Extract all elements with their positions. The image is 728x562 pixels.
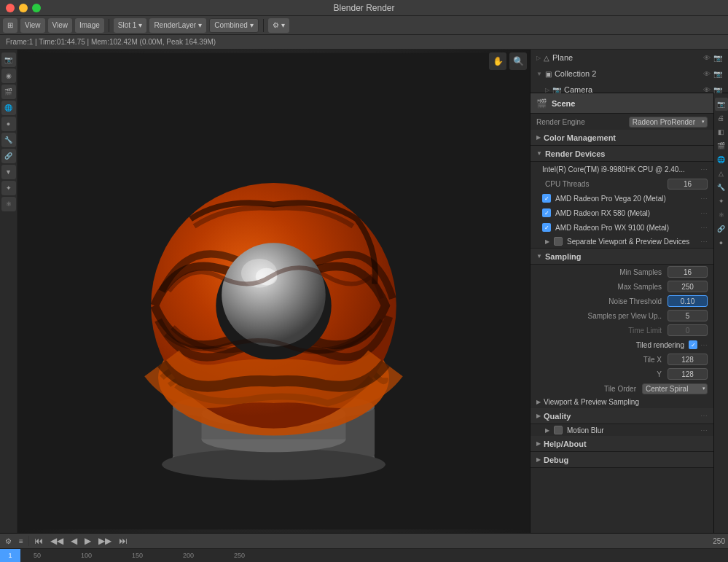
color-management-header[interactable]: ▶ Color Management bbox=[531, 130, 713, 146]
step-forward-button[interactable]: ▶▶ bbox=[96, 536, 114, 546]
outliner-item-collection2[interactable]: ▼ ▣ Collection 2 👁 📷 bbox=[531, 66, 728, 82]
tile-order-dropdown[interactable]: Center Spiral ▾ bbox=[642, 383, 708, 394]
sampling-header[interactable]: ▼ Sampling bbox=[531, 249, 713, 265]
viewport-overlay: ✋ 🔍 bbox=[489, 52, 527, 70]
sidebar-scene-icon[interactable]: 🎬 bbox=[1, 85, 16, 99]
playback-settings-button[interactable]: ⚙ bbox=[3, 537, 14, 545]
prop-tab-modifier[interactable]: 🔧 bbox=[715, 181, 728, 194]
debug-header[interactable]: ▶ Debug bbox=[531, 452, 713, 468]
tile-y-row: Y 128 bbox=[531, 367, 713, 381]
particle-icon: ✦ bbox=[6, 184, 12, 192]
samples-per-view-value[interactable]: 5 bbox=[668, 310, 708, 321]
tl-mark-150: 150 bbox=[132, 552, 143, 559]
jump-end-button[interactable]: ⏭ bbox=[117, 536, 130, 546]
constraint-icon: 🔗 bbox=[4, 152, 12, 160]
prop-tab-constraints[interactable]: 🔗 bbox=[715, 222, 728, 235]
help-about-header[interactable]: ▶ Help/About bbox=[531, 436, 713, 452]
sidebar-modifier-icon[interactable]: 🔧 bbox=[1, 133, 16, 147]
marker-menu-button[interactable]: ≡ bbox=[17, 537, 26, 545]
gpu2-checkbox[interactable]: ✓ bbox=[542, 208, 551, 217]
plane-actions: 👁 📷 bbox=[703, 54, 722, 62]
view-menu-1[interactable]: View bbox=[20, 18, 45, 33]
sidebar-constraint-icon[interactable]: 🔗 bbox=[1, 149, 16, 163]
collection-icon-2: ▣ bbox=[545, 70, 552, 78]
prop-tab-particles[interactable]: ✦ bbox=[715, 195, 728, 208]
prop-tab-world[interactable]: 🌐 bbox=[715, 153, 728, 166]
tiled-rendering-checkbox[interactable]: ✓ bbox=[689, 340, 697, 349]
sidebar-object-icon[interactable]: ◉ bbox=[1, 69, 16, 83]
right-icon-bar: 📷 🖨 ◧ 🎬 🌐 △ 🔧 ✦ ⚛ 🔗 ● bbox=[713, 93, 728, 533]
render-icon-plane[interactable]: 📷 bbox=[713, 54, 722, 62]
cpu-threads-value[interactable]: 16 bbox=[668, 179, 708, 190]
motion-blur-label: Motion Blur bbox=[567, 426, 604, 434]
layout-view-button[interactable]: ⊞ bbox=[3, 18, 17, 33]
sidebar-physics-icon[interactable]: ⚛ bbox=[1, 197, 16, 211]
eye-icon-camera[interactable]: 👁 bbox=[703, 86, 711, 94]
slot-dropdown[interactable]: Slot 1 ▾ bbox=[114, 18, 147, 33]
object-icon: ◉ bbox=[6, 72, 12, 79]
render-devices-header[interactable]: ▼ Render Devices bbox=[531, 146, 713, 162]
render-engine-label: Render Engine bbox=[536, 118, 629, 126]
eye-icon-collection2[interactable]: 👁 bbox=[703, 70, 711, 78]
prop-tab-output[interactable]: 🖨 bbox=[715, 112, 728, 125]
tile-x-value[interactable]: 128 bbox=[668, 354, 708, 365]
min-samples-row: Min Samples 16 bbox=[531, 265, 713, 279]
world-icon: 🌐 bbox=[4, 104, 12, 112]
gpu3-checkbox[interactable]: ✓ bbox=[542, 223, 551, 232]
prop-tab-render[interactable]: 📷 bbox=[715, 98, 728, 111]
gpu3-label: AMD Radeon Pro WX 9100 (Metal) bbox=[555, 224, 696, 232]
sidebar-world-icon[interactable]: 🌐 bbox=[1, 101, 16, 115]
minimize-button[interactable] bbox=[19, 4, 28, 12]
close-button[interactable] bbox=[6, 4, 15, 12]
render-layer-dropdown[interactable]: RenderLayer ▾ bbox=[149, 18, 206, 33]
debug-title: Debug bbox=[544, 456, 568, 464]
hand-tool-button[interactable]: ✋ bbox=[489, 52, 506, 70]
properties-scroll: 🎬 Scene Render Engine Radeon ProRender ▾… bbox=[531, 93, 713, 533]
prop-tab-scene[interactable]: 🎬 bbox=[715, 139, 728, 152]
tile-y-value[interactable]: 128 bbox=[668, 368, 708, 380]
render-icon-camera[interactable]: 📷 bbox=[713, 86, 722, 94]
sidebar-render-icon[interactable]: 📷 bbox=[1, 52, 16, 67]
min-samples-value[interactable]: 16 bbox=[668, 266, 708, 278]
end-frame-label: 250 bbox=[713, 537, 725, 545]
maximize-button[interactable] bbox=[32, 4, 41, 12]
prop-tab-physics[interactable]: ⚛ bbox=[715, 208, 728, 222]
sidebar-material-icon[interactable]: ● bbox=[1, 117, 16, 131]
image-menu[interactable]: Image bbox=[75, 18, 104, 33]
outliner-item-plane[interactable]: ▷ △ Plane 👁 📷 bbox=[531, 50, 728, 66]
slot-label: Slot 1 bbox=[118, 21, 137, 29]
jump-start-button[interactable]: ⏮ bbox=[32, 536, 45, 546]
main-layout: 📷 ◉ 🎬 🌐 ● 🔧 🔗 ▼ ✦ ⚛ bbox=[0, 50, 728, 533]
settings-button[interactable]: ⚙ ▾ bbox=[268, 18, 289, 33]
render-layer-label: RenderLayer bbox=[154, 21, 196, 29]
render-content bbox=[17, 50, 530, 533]
time-limit-value[interactable]: 0 bbox=[668, 324, 708, 336]
combined-dropdown[interactable]: Combined ▾ bbox=[209, 18, 259, 33]
prop-tab-view-layer[interactable]: ◧ bbox=[715, 125, 728, 138]
zoom-tool-button[interactable]: 🔍 bbox=[509, 52, 527, 70]
prop-tab-object[interactable]: △ bbox=[715, 167, 728, 180]
render-engine-dropdown[interactable]: Radeon ProRender ▾ bbox=[629, 117, 708, 128]
prop-tab-material[interactable]: ● bbox=[715, 236, 728, 249]
step-back-button[interactable]: ◀◀ bbox=[48, 536, 66, 546]
motion-blur-dots: ⋯ bbox=[700, 426, 708, 434]
motion-blur-checkbox[interactable] bbox=[554, 426, 563, 434]
max-samples-value[interactable]: 250 bbox=[668, 281, 708, 292]
sampling-title: Sampling bbox=[545, 252, 582, 261]
viewport-preview-sampling[interactable]: ▶ Viewport & Preview Sampling bbox=[531, 396, 713, 408]
eye-icon-plane[interactable]: 👁 bbox=[703, 54, 711, 62]
quality-dots: ⋯ bbox=[700, 412, 708, 420]
quality-header[interactable]: ▶ Quality ⋯ bbox=[531, 408, 713, 424]
gpu1-checkbox[interactable]: ✓ bbox=[542, 194, 551, 203]
top-toolbar: ⊞ View View Image Slot 1 ▾ RenderLayer ▾… bbox=[0, 16, 728, 35]
view-menu-2[interactable]: View bbox=[48, 18, 73, 33]
timeline-ruler[interactable]: 1 50 100 150 200 250 bbox=[0, 549, 728, 562]
separate-viewport-checkbox[interactable] bbox=[554, 237, 563, 246]
play-button[interactable]: ▶ bbox=[82, 536, 93, 546]
render-icon-collection2[interactable]: 📷 bbox=[713, 70, 722, 78]
window-controls bbox=[6, 4, 41, 12]
sidebar-particle-icon[interactable]: ✦ bbox=[1, 181, 16, 195]
play-back-button[interactable]: ◀ bbox=[69, 536, 79, 546]
sidebar-data-icon[interactable]: ▼ bbox=[1, 165, 16, 179]
noise-threshold-value[interactable]: 0.10 bbox=[668, 295, 708, 307]
